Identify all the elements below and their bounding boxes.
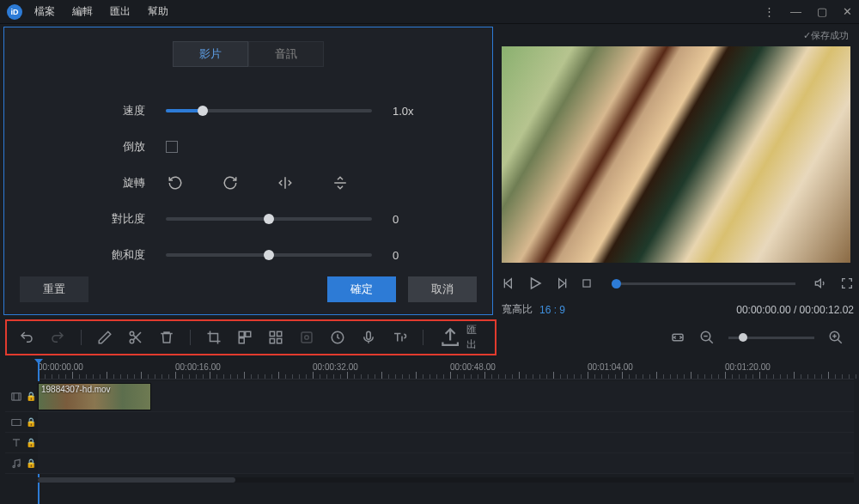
saturation-slider[interactable] xyxy=(166,253,372,257)
svg-marker-0 xyxy=(506,279,512,288)
redo-icon[interactable] xyxy=(50,330,65,345)
tab-video[interactable]: 影片 xyxy=(173,41,248,67)
lock-icon[interactable]: 🔒 xyxy=(26,438,36,447)
ruler-mark: 00:01:04.00 xyxy=(588,362,633,372)
delete-icon[interactable] xyxy=(159,330,174,345)
menu-edit[interactable]: 編輯 xyxy=(72,4,93,19)
svg-marker-3 xyxy=(559,279,565,288)
svg-rect-13 xyxy=(239,338,244,343)
overlay-track[interactable]: 🔒 xyxy=(5,412,854,433)
export-button[interactable]: 匯出 xyxy=(439,323,478,352)
contrast-value: 0 xyxy=(393,213,399,226)
app-logo: iD xyxy=(7,4,22,20)
next-frame-icon[interactable] xyxy=(555,276,569,290)
video-clip[interactable]: 19884307-hd.mov xyxy=(38,383,151,410)
svg-point-35 xyxy=(18,465,20,466)
stop-icon[interactable] xyxy=(581,277,593,289)
zoom-out-icon[interactable] xyxy=(699,330,715,345)
rotate-label: 旋轉 xyxy=(99,175,145,191)
saturation-label: 飽和度 xyxy=(99,247,145,263)
more-icon[interactable]: ⋮ xyxy=(764,5,775,18)
play-icon[interactable] xyxy=(527,276,543,291)
cancel-button[interactable]: 取消 xyxy=(408,276,477,302)
properties-panel: 影片 音訊 速度 1.0x 倒放 旋轉 xyxy=(3,27,493,315)
lock-icon[interactable]: 🔒 xyxy=(26,458,36,468)
speed-value: 1.0x xyxy=(393,105,414,118)
timeline-ruler[interactable]: 00:00:00.00 00:00:16.00 00:00:32.00 00:0… xyxy=(38,361,854,380)
contrast-label: 對比度 xyxy=(99,211,145,227)
svg-rect-17 xyxy=(277,339,282,343)
zoom-in-icon[interactable] xyxy=(828,330,844,345)
tab-audio[interactable]: 音訊 xyxy=(248,41,324,67)
svg-rect-11 xyxy=(239,331,244,337)
speed-slider[interactable] xyxy=(166,109,372,112)
cut-icon[interactable] xyxy=(128,330,143,345)
rotate-cw-icon[interactable] xyxy=(222,175,238,191)
reset-button[interactable]: 重置 xyxy=(20,276,88,302)
text-track[interactable]: 🔒 xyxy=(5,433,854,453)
timeline-scrollbar[interactable] xyxy=(38,477,854,483)
svg-point-8 xyxy=(130,339,134,343)
ruler-mark: 00:01:20.00 xyxy=(725,362,771,372)
ruler-mark: 00:00:16.00 xyxy=(175,362,221,372)
menu-file[interactable]: 檔案 xyxy=(34,4,55,19)
svg-rect-12 xyxy=(246,331,251,337)
overlay-track-icon xyxy=(10,416,22,428)
svg-rect-16 xyxy=(270,339,274,343)
svg-rect-30 xyxy=(12,392,21,399)
lock-icon[interactable]: 🔒 xyxy=(26,392,36,401)
contrast-slider[interactable] xyxy=(166,217,372,221)
reverse-checkbox[interactable] xyxy=(166,141,178,153)
mosaic-icon[interactable] xyxy=(237,330,253,345)
saturation-value: 0 xyxy=(393,249,399,262)
ruler-mark: 00:00:00.00 xyxy=(38,362,83,372)
minimize-icon[interactable]: — xyxy=(790,5,801,18)
video-track[interactable]: 🔒 19884307-hd.mov xyxy=(5,381,854,412)
duration-icon[interactable] xyxy=(330,330,345,345)
voiceover-icon[interactable] xyxy=(361,330,376,345)
undo-icon[interactable] xyxy=(19,330,34,345)
ruler-mark: 00:00:32.00 xyxy=(313,362,358,372)
zoom-slider[interactable] xyxy=(728,337,814,339)
menu-help[interactable]: 幫助 xyxy=(148,4,168,19)
audio-track[interactable]: 🔒 xyxy=(5,453,854,474)
svg-line-27 xyxy=(838,339,842,343)
edit-icon[interactable] xyxy=(97,330,113,345)
flip-vertical-icon[interactable] xyxy=(332,175,348,191)
aspect-label: 寬高比 xyxy=(502,302,533,317)
grid-icon[interactable] xyxy=(268,330,283,345)
volume-icon[interactable] xyxy=(814,276,828,290)
svg-rect-15 xyxy=(277,331,282,336)
text-to-speech-icon[interactable] xyxy=(392,330,407,345)
svg-point-34 xyxy=(13,465,15,467)
ruler-mark: 00:00:48.00 xyxy=(450,362,496,372)
save-status: ✓保存成功 xyxy=(803,29,849,42)
close-icon[interactable]: ✕ xyxy=(843,5,852,18)
menu-export[interactable]: 匯出 xyxy=(110,4,131,19)
clip-label: 19884307-hd.mov xyxy=(41,385,111,394)
fit-icon[interactable] xyxy=(670,330,685,345)
video-track-icon xyxy=(10,391,22,403)
flip-horizontal-icon[interactable] xyxy=(277,175,293,191)
ok-button[interactable]: 確定 xyxy=(327,276,396,302)
fullscreen-icon[interactable] xyxy=(840,276,854,290)
lock-icon[interactable]: 🔒 xyxy=(26,417,36,427)
crop-icon[interactable] xyxy=(206,330,222,345)
aspect-value[interactable]: 16 : 9 xyxy=(539,304,565,316)
svg-point-7 xyxy=(130,331,134,336)
svg-marker-2 xyxy=(532,278,541,288)
playback-progress[interactable] xyxy=(612,282,795,285)
speed-label: 速度 xyxy=(99,103,145,118)
svg-line-24 xyxy=(709,339,713,343)
svg-marker-6 xyxy=(815,279,820,287)
edit-toolbar: 匯出 xyxy=(5,319,497,355)
prev-frame-icon[interactable] xyxy=(502,276,515,290)
svg-rect-33 xyxy=(12,419,21,425)
time-display: 00:00:00.00 / 00:00:12.02 xyxy=(736,304,854,316)
export-label: 匯出 xyxy=(466,323,478,352)
audio-track-icon xyxy=(10,458,22,470)
rotate-ccw-icon[interactable] xyxy=(168,175,183,191)
reverse-label: 倒放 xyxy=(99,139,145,155)
maximize-icon[interactable]: ▢ xyxy=(817,5,827,18)
freeze-icon[interactable] xyxy=(299,330,314,345)
